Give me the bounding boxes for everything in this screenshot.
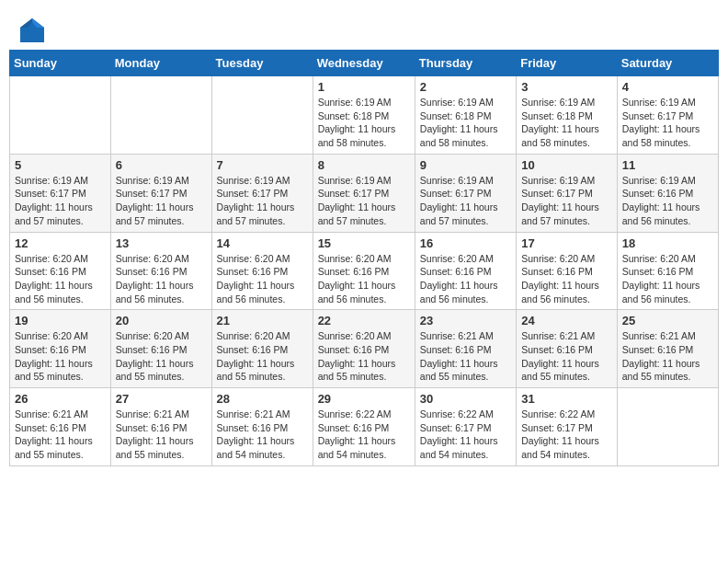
- calendar-cell: 1Sunrise: 6:19 AM Sunset: 6:18 PM Daylig…: [313, 76, 415, 155]
- day-info: Sunrise: 6:22 AM Sunset: 6:17 PM Dayligh…: [420, 408, 511, 462]
- calendar-cell: 20Sunrise: 6:20 AM Sunset: 6:16 PM Dayli…: [110, 310, 211, 388]
- day-number: 11: [622, 158, 713, 172]
- calendar-week-row: 12Sunrise: 6:20 AM Sunset: 6:16 PM Dayli…: [10, 232, 719, 310]
- calendar-cell: 26Sunrise: 6:21 AM Sunset: 6:16 PM Dayli…: [10, 388, 111, 466]
- day-info: Sunrise: 6:20 AM Sunset: 6:16 PM Dayligh…: [217, 329, 308, 384]
- day-info: Sunrise: 6:20 AM Sunset: 6:16 PM Dayligh…: [217, 252, 308, 306]
- day-info: Sunrise: 6:21 AM Sunset: 6:16 PM Dayligh…: [521, 329, 612, 384]
- calendar-cell: 7Sunrise: 6:19 AM Sunset: 6:17 PM Daylig…: [211, 154, 313, 232]
- day-number: 10: [521, 158, 612, 172]
- day-number: 27: [116, 392, 207, 406]
- day-number: 9: [420, 158, 511, 172]
- calendar-cell: 4Sunrise: 6:19 AM Sunset: 6:17 PM Daylig…: [617, 76, 718, 155]
- calendar-cell: 8Sunrise: 6:19 AM Sunset: 6:17 PM Daylig…: [313, 154, 415, 232]
- day-number: 18: [622, 236, 713, 250]
- day-info: Sunrise: 6:19 AM Sunset: 6:18 PM Dayligh…: [521, 96, 612, 150]
- day-info: Sunrise: 6:20 AM Sunset: 6:16 PM Dayligh…: [318, 252, 410, 306]
- day-info: Sunrise: 6:20 AM Sunset: 6:16 PM Dayligh…: [116, 252, 207, 306]
- day-number: 1: [318, 80, 410, 94]
- day-number: 13: [116, 236, 207, 250]
- calendar-cell: 16Sunrise: 6:20 AM Sunset: 6:16 PM Dayli…: [415, 232, 516, 310]
- day-info: Sunrise: 6:20 AM Sunset: 6:16 PM Dayligh…: [15, 329, 106, 384]
- day-number: 26: [15, 392, 106, 406]
- day-info: Sunrise: 6:19 AM Sunset: 6:17 PM Dayligh…: [116, 174, 207, 228]
- weekday-header: Friday: [517, 51, 618, 76]
- calendar-cell: 22Sunrise: 6:20 AM Sunset: 6:16 PM Dayli…: [313, 310, 415, 388]
- calendar-cell: 21Sunrise: 6:20 AM Sunset: 6:16 PM Dayli…: [211, 310, 313, 388]
- calendar-cell: 12Sunrise: 6:20 AM Sunset: 6:16 PM Dayli…: [10, 232, 111, 310]
- calendar-cell: 17Sunrise: 6:20 AM Sunset: 6:16 PM Dayli…: [517, 232, 618, 310]
- day-info: Sunrise: 6:20 AM Sunset: 6:16 PM Dayligh…: [116, 329, 207, 384]
- day-info: Sunrise: 6:20 AM Sunset: 6:16 PM Dayligh…: [521, 252, 612, 306]
- day-number: 5: [15, 158, 106, 172]
- day-number: 29: [318, 392, 410, 406]
- calendar-cell: 24Sunrise: 6:21 AM Sunset: 6:16 PM Dayli…: [517, 310, 618, 388]
- calendar-cell: 28Sunrise: 6:21 AM Sunset: 6:16 PM Dayli…: [211, 388, 313, 466]
- day-number: 28: [217, 392, 308, 406]
- weekday-header: Wednesday: [313, 51, 415, 76]
- day-number: 22: [318, 314, 410, 327]
- day-info: Sunrise: 6:22 AM Sunset: 6:16 PM Dayligh…: [318, 408, 410, 462]
- day-number: 12: [15, 236, 106, 250]
- calendar-cell: 31Sunrise: 6:22 AM Sunset: 6:17 PM Dayli…: [517, 388, 618, 466]
- weekday-header: Monday: [110, 51, 211, 76]
- day-number: 21: [217, 314, 308, 327]
- calendar-cell: [110, 76, 211, 155]
- day-info: Sunrise: 6:20 AM Sunset: 6:16 PM Dayligh…: [622, 252, 713, 306]
- day-number: 4: [622, 80, 713, 94]
- calendar-cell: 18Sunrise: 6:20 AM Sunset: 6:16 PM Dayli…: [617, 232, 718, 310]
- day-info: Sunrise: 6:19 AM Sunset: 6:17 PM Dayligh…: [318, 174, 410, 228]
- day-info: Sunrise: 6:19 AM Sunset: 6:16 PM Dayligh…: [622, 174, 713, 228]
- day-number: 31: [521, 392, 612, 406]
- calendar-cell: 27Sunrise: 6:21 AM Sunset: 6:16 PM Dayli…: [110, 388, 211, 466]
- day-number: 24: [521, 314, 612, 327]
- day-number: 3: [521, 80, 612, 94]
- day-number: 17: [521, 236, 612, 250]
- calendar-cell: 23Sunrise: 6:21 AM Sunset: 6:16 PM Dayli…: [415, 310, 516, 388]
- day-info: Sunrise: 6:19 AM Sunset: 6:18 PM Dayligh…: [420, 96, 511, 150]
- calendar-week-row: 26Sunrise: 6:21 AM Sunset: 6:16 PM Dayli…: [10, 388, 719, 466]
- calendar-cell: 19Sunrise: 6:20 AM Sunset: 6:16 PM Dayli…: [10, 310, 111, 388]
- calendar-cell: 14Sunrise: 6:20 AM Sunset: 6:16 PM Dayli…: [211, 232, 313, 310]
- day-info: Sunrise: 6:21 AM Sunset: 6:16 PM Dayligh…: [217, 408, 308, 462]
- weekday-header: Tuesday: [211, 51, 313, 76]
- day-number: 7: [217, 158, 308, 172]
- calendar-cell: 29Sunrise: 6:22 AM Sunset: 6:16 PM Dayli…: [313, 388, 415, 466]
- calendar-table: SundayMondayTuesdayWednesdayThursdayFrid…: [9, 50, 719, 466]
- page-header: [9, 9, 719, 50]
- calendar-cell: 9Sunrise: 6:19 AM Sunset: 6:17 PM Daylig…: [415, 154, 516, 232]
- weekday-header: Sunday: [10, 51, 111, 76]
- day-number: 2: [420, 80, 511, 94]
- day-info: Sunrise: 6:19 AM Sunset: 6:17 PM Dayligh…: [622, 96, 713, 150]
- day-number: 19: [15, 314, 106, 327]
- day-number: 23: [420, 314, 511, 327]
- day-number: 14: [217, 236, 308, 250]
- weekday-header: Thursday: [415, 51, 516, 76]
- day-info: Sunrise: 6:19 AM Sunset: 6:17 PM Dayligh…: [420, 174, 511, 228]
- day-info: Sunrise: 6:20 AM Sunset: 6:16 PM Dayligh…: [15, 252, 106, 306]
- calendar-cell: 6Sunrise: 6:19 AM Sunset: 6:17 PM Daylig…: [110, 154, 211, 232]
- day-number: 8: [318, 158, 410, 172]
- calendar-cell: 3Sunrise: 6:19 AM Sunset: 6:18 PM Daylig…: [517, 76, 618, 155]
- weekday-header-row: SundayMondayTuesdayWednesdayThursdayFrid…: [10, 51, 719, 76]
- calendar-cell: 11Sunrise: 6:19 AM Sunset: 6:16 PM Dayli…: [617, 154, 718, 232]
- day-number: 20: [116, 314, 207, 327]
- day-number: 30: [420, 392, 511, 406]
- day-number: 6: [116, 158, 207, 172]
- day-info: Sunrise: 6:21 AM Sunset: 6:16 PM Dayligh…: [116, 408, 207, 462]
- day-number: 25: [622, 314, 713, 327]
- calendar-week-row: 5Sunrise: 6:19 AM Sunset: 6:17 PM Daylig…: [10, 154, 719, 232]
- day-info: Sunrise: 6:21 AM Sunset: 6:16 PM Dayligh…: [15, 408, 106, 462]
- day-number: 15: [318, 236, 410, 250]
- calendar-cell: 10Sunrise: 6:19 AM Sunset: 6:17 PM Dayli…: [517, 154, 618, 232]
- calendar-cell: 30Sunrise: 6:22 AM Sunset: 6:17 PM Dayli…: [415, 388, 516, 466]
- calendar-cell: [10, 76, 111, 155]
- calendar-cell: [617, 388, 718, 466]
- day-info: Sunrise: 6:19 AM Sunset: 6:18 PM Dayligh…: [318, 96, 410, 150]
- day-info: Sunrise: 6:19 AM Sunset: 6:17 PM Dayligh…: [521, 174, 612, 228]
- calendar-cell: 5Sunrise: 6:19 AM Sunset: 6:17 PM Daylig…: [10, 154, 111, 232]
- logo: [18, 17, 50, 44]
- calendar-cell: 13Sunrise: 6:20 AM Sunset: 6:16 PM Dayli…: [110, 232, 211, 310]
- day-info: Sunrise: 6:20 AM Sunset: 6:16 PM Dayligh…: [420, 252, 511, 306]
- day-info: Sunrise: 6:20 AM Sunset: 6:16 PM Dayligh…: [318, 329, 410, 384]
